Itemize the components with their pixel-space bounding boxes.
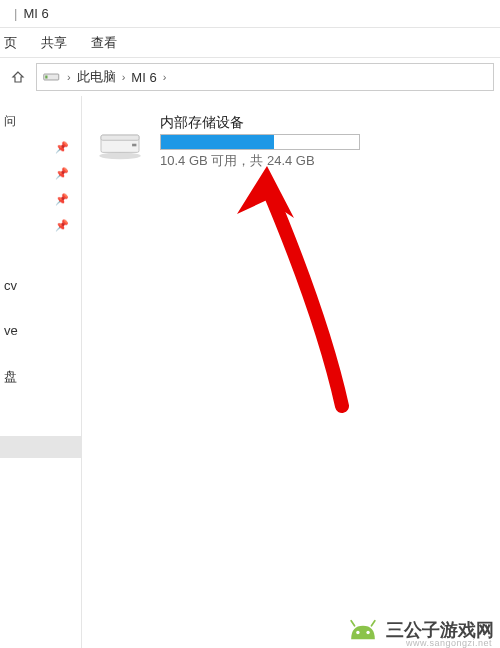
svg-rect-4 bbox=[101, 135, 139, 140]
main-pane: 内部存储设备 10.4 GB 可用，共 24.4 GB bbox=[82, 96, 500, 648]
window-title-bar: | MI 6 bbox=[0, 0, 500, 28]
nav-pinned-row[interactable]: 📌 bbox=[0, 186, 81, 212]
chevron-right-icon: › bbox=[163, 71, 167, 83]
nav-item[interactable]: ve bbox=[4, 323, 81, 338]
svg-rect-1 bbox=[45, 76, 47, 79]
svg-line-9 bbox=[351, 621, 354, 626]
content-row: 问 📌 📌 📌 📌 cv ve 盘 内部存储设备 bbox=[0, 96, 500, 648]
watermark-url: www.sangongzi.net bbox=[406, 638, 492, 648]
nav-item[interactable]: 问 bbox=[0, 108, 81, 134]
breadcrumb-device[interactable]: MI 6 bbox=[131, 70, 156, 85]
tab-home[interactable]: 页 bbox=[4, 34, 17, 52]
storage-device-item[interactable]: 内部存储设备 10.4 GB 可用，共 24.4 GB bbox=[94, 114, 488, 170]
svg-point-8 bbox=[366, 631, 369, 634]
storage-free: 10.4 GB bbox=[160, 153, 208, 168]
nav-selection-highlight bbox=[0, 436, 82, 458]
android-icon bbox=[346, 619, 380, 641]
nav-up-button[interactable] bbox=[6, 65, 30, 89]
storage-label: 内部存储设备 bbox=[160, 114, 360, 132]
navigation-pane: 问 📌 📌 📌 📌 cv ve 盘 bbox=[0, 96, 82, 648]
address-box[interactable]: › 此电脑 › MI 6 › bbox=[36, 63, 494, 91]
chevron-right-icon: › bbox=[122, 71, 126, 83]
storage-progress-bar bbox=[160, 134, 360, 150]
storage-total: 24.4 GB bbox=[267, 153, 315, 168]
svg-point-7 bbox=[356, 631, 359, 634]
pin-icon: 📌 bbox=[55, 167, 69, 180]
nav-pinned-row[interactable]: 📌 bbox=[0, 160, 81, 186]
tab-share[interactable]: 共享 bbox=[41, 34, 67, 52]
drive-icon bbox=[94, 123, 146, 161]
svg-marker-6 bbox=[237, 166, 294, 218]
arrow-up-icon bbox=[10, 69, 26, 85]
storage-detail-text: 10.4 GB 可用，共 24.4 GB bbox=[160, 152, 360, 170]
nav-item[interactable]: 盘 bbox=[4, 368, 81, 386]
chevron-right-icon: › bbox=[67, 71, 71, 83]
window-title: MI 6 bbox=[23, 6, 48, 21]
ribbon-tabs: 页 共享 查看 bbox=[0, 28, 500, 58]
breadcrumb-this-pc[interactable]: 此电脑 bbox=[77, 68, 116, 86]
storage-info: 内部存储设备 10.4 GB 可用，共 24.4 GB bbox=[160, 114, 360, 170]
nav-item[interactable]: cv bbox=[4, 278, 81, 293]
nav-pinned-row[interactable]: 📌 bbox=[0, 134, 81, 160]
annotation-arrow-icon bbox=[222, 166, 402, 426]
svg-rect-5 bbox=[132, 144, 136, 147]
nav-item-label: 问 bbox=[4, 113, 16, 130]
pin-icon: 📌 bbox=[55, 193, 69, 206]
svg-line-10 bbox=[371, 621, 374, 626]
pin-icon: 📌 bbox=[55, 141, 69, 154]
svg-point-2 bbox=[99, 152, 140, 159]
pin-icon: 📌 bbox=[55, 219, 69, 232]
storage-free-word: 可用，共 bbox=[211, 153, 263, 168]
title-separator: | bbox=[14, 6, 17, 21]
device-icon bbox=[43, 70, 61, 84]
storage-progress-fill bbox=[161, 135, 274, 149]
address-bar: › 此电脑 › MI 6 › bbox=[0, 58, 500, 96]
nav-pinned-row[interactable]: 📌 bbox=[0, 212, 81, 238]
tab-view[interactable]: 查看 bbox=[91, 34, 117, 52]
